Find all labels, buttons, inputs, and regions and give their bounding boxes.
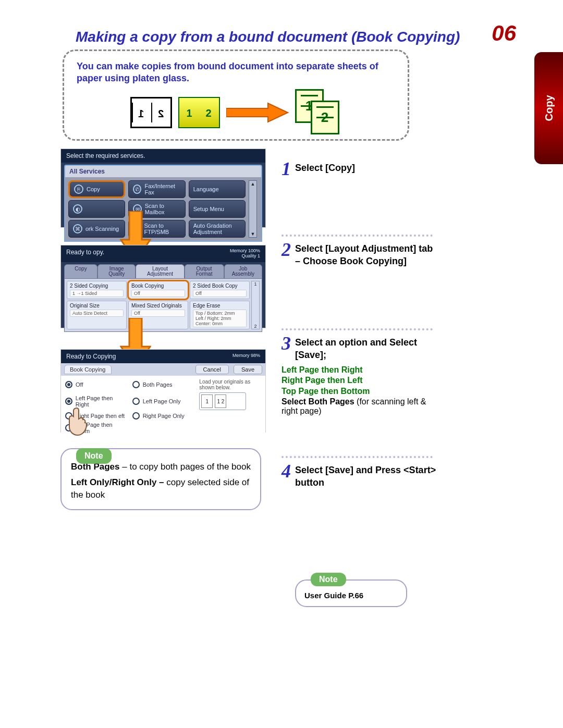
setup-button[interactable]: Setup Menu <box>189 200 246 218</box>
step-1-text: Select [Copy] <box>295 163 355 173</box>
scrollbar-2[interactable]: 12 <box>251 281 260 329</box>
memory-status-2: Memory 98% <box>232 353 260 360</box>
divider <box>282 328 433 330</box>
step-1-number: 1 <box>282 162 291 177</box>
copy-label: Copy <box>87 186 100 192</box>
note-label: Note <box>76 448 112 464</box>
memory-status: Memory 100% <box>230 248 260 253</box>
cell-2sided-copying[interactable]: 2 Sided Copying1 →1 Sided <box>67 281 127 299</box>
page-title: Making a copy from a bound document (Boo… <box>76 29 460 45</box>
radio-dot-icon <box>65 398 72 405</box>
step-3-text: Select an option and Select [Save]; <box>295 337 417 360</box>
cancel-button[interactable]: Cancel <box>195 365 229 374</box>
step-4-text: Select [Save] and Press <Start> button <box>295 465 436 488</box>
step-3-opt1: Left Page then Right <box>282 365 438 376</box>
step-3-number: 3 <box>282 336 291 351</box>
network-icon: ⌘ <box>73 224 82 233</box>
svg-marker-0 <box>226 103 288 122</box>
book-open-icon: 12 <box>178 97 220 128</box>
radio-dot-icon <box>132 381 140 388</box>
screenshot2-status: Ready to opy. <box>66 249 104 259</box>
tab-image-quality[interactable]: Image Quality <box>97 264 136 278</box>
network-button[interactable]: ⌘ork Scanning <box>68 220 125 238</box>
user-guide-ref: User Guide P.66 <box>304 591 398 600</box>
gradation-label: Auto Gradation Adjustment <box>193 223 241 235</box>
cell-2sided-book-copy[interactable]: 2 Sided Book CopyOff <box>190 281 250 299</box>
tab-output-format[interactable]: Output Format <box>185 264 224 278</box>
tab-copy[interactable]: Copy <box>64 264 97 278</box>
network-label: ork Scanning <box>85 226 119 232</box>
note-box-1: Note Both Pages – to copy both pages of … <box>60 448 261 510</box>
step-4-number: 4 <box>282 464 291 479</box>
screenshot3-status: Ready to Copying <box>66 353 116 360</box>
intro-text: You can make copies from bound document … <box>77 60 395 85</box>
screenshot-all-services: Select the required services. All Servic… <box>60 149 266 228</box>
orientation-placard: 11 2 <box>199 392 246 410</box>
screenshot-book-copying-options: Ready to Copying Memory 98% Book Copying… <box>60 349 266 433</box>
side-tab-label: Copy <box>543 95 555 121</box>
setup-label: Setup Menu <box>193 206 224 212</box>
pointing-hand-icon <box>65 406 90 436</box>
step-1: 1 Select [Copy] <box>282 162 438 177</box>
book-copying-tab[interactable]: Book Copying <box>64 365 112 374</box>
fax-button[interactable]: ✆Fax/Internet Fax <box>128 180 185 198</box>
step-3: 3 Select an option and Select [Save]; Le… <box>282 336 438 416</box>
cell-original-size[interactable]: Original SizeAuto Size Detect <box>67 301 127 329</box>
screenshot1-prompt: Select the required services. <box>61 149 265 163</box>
step-2-number: 2 <box>282 242 291 257</box>
step-3-both: Select Both Pages (for scanning left & r… <box>282 397 438 416</box>
blank-button[interactable]: ◐ <box>68 200 125 218</box>
screenshot-layout-adjustment: Ready to opy. Memory 100% Quality 1 Copy… <box>60 245 266 328</box>
quality-status: Quality 1 <box>241 253 260 258</box>
load-originals-msg: Load your originals as shown below. <box>199 379 261 390</box>
tab-layout-adjustment[interactable]: Layout Adjustment <box>136 264 184 278</box>
copy-icon: ⎘ <box>74 184 83 194</box>
copy-button[interactable]: ⎘Copy <box>68 180 125 198</box>
radio-right-page-only[interactable]: Right Page Only <box>132 412 194 419</box>
radio-both-pages[interactable]: Both Pages <box>132 379 194 390</box>
tab-job-assembly[interactable]: Job Assembly <box>224 264 262 278</box>
step-3-opt2: Right Page then Left <box>282 375 438 386</box>
step-2: 2 Select [Layout Adjustment] tab – Choos… <box>282 242 438 268</box>
radio-left-page-only[interactable]: Left Page Only <box>132 392 194 410</box>
cell-edge-erase[interactable]: Edge EraseTop / Bottom: 2mm Left / Right… <box>190 301 250 329</box>
arrow-right-icon <box>226 102 289 123</box>
sheets-icon: 1 2 <box>295 89 342 136</box>
intro-graphics: 12 12 1 2 <box>77 89 395 136</box>
scan-icon: ◐ <box>73 204 82 214</box>
language-label: Language <box>193 186 219 192</box>
radio-off[interactable]: Off <box>65 379 127 390</box>
language-button[interactable]: Language <box>189 180 246 198</box>
save-button[interactable]: Save <box>234 365 262 374</box>
radio-dot-icon <box>65 381 72 388</box>
radio-dot-icon <box>132 412 140 419</box>
gradation-button[interactable]: Auto Gradation Adjustment <box>189 220 246 238</box>
scroll-up-icon: ▲ <box>251 181 255 187</box>
scroll-down-icon: ▼ <box>251 231 255 237</box>
book-closed-icon: 12 <box>130 97 172 128</box>
cell-book-copying[interactable]: Book CopyingOff <box>128 281 188 299</box>
all-services-tab[interactable]: All Services <box>64 165 262 177</box>
divider <box>282 456 433 458</box>
radio-dot-icon <box>132 398 140 405</box>
scrollbar[interactable]: ▲▼ <box>249 180 257 238</box>
page-number: 06 <box>492 21 516 46</box>
fax-icon: ✆ <box>133 184 141 194</box>
fax-label: Fax/Internet Fax <box>144 183 180 195</box>
divider <box>282 235 433 237</box>
intro-box: You can make copies from bound document … <box>63 50 409 141</box>
note-box-2: Note User Guide P.66 <box>295 579 407 607</box>
side-tab-copy[interactable]: Copy <box>534 52 563 164</box>
note-label-2: Note <box>311 573 346 586</box>
step-3-opt3: Top Page then Bottom <box>282 386 438 397</box>
note-left-right-only: Left Only/Right Only – copy selected sid… <box>71 476 251 501</box>
step-2-text: Select [Layout Adjustment] tab – Choose … <box>295 243 433 266</box>
step-4: 4 Select [Save] and Press <Start> button <box>282 464 438 489</box>
